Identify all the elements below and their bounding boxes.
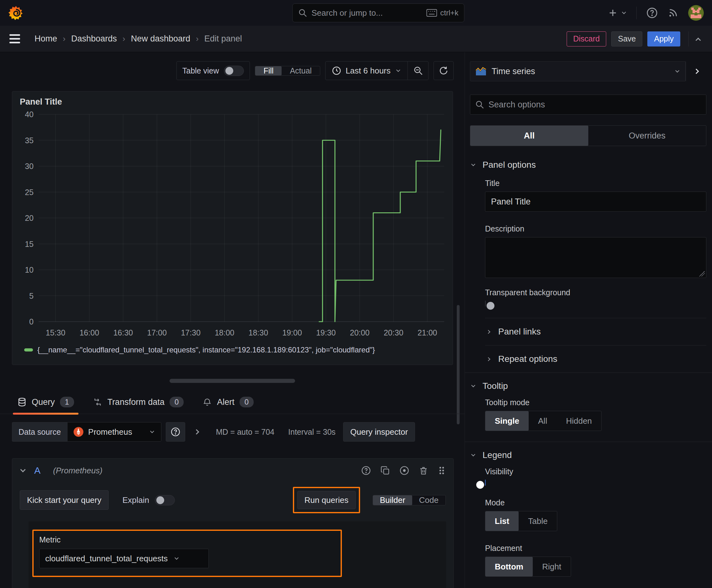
timeseries-viz-icon [475, 67, 487, 76]
svg-text:19:30: 19:30 [316, 328, 336, 337]
query-options-summary[interactable]: MD = auto = 704 Interval = 30s [216, 427, 336, 437]
kick-start-query-button[interactable]: Kick start your query [20, 490, 109, 510]
legend-body: Visibility Mode List Table Placement Bot… [470, 467, 706, 588]
visualization-type: Time series [492, 67, 535, 76]
datasource-row: Data source Prometheus MD = auto = 704 I… [12, 422, 415, 442]
panel-actions: Discard Save Apply [567, 31, 701, 46]
svg-text:20:30: 20:30 [384, 328, 404, 337]
datasource-select[interactable]: Prometheus [67, 422, 161, 442]
tooltip-header: Tooltip [482, 381, 508, 391]
run-queries-highlight-box: Run queries [293, 487, 360, 513]
svg-text:21:00: 21:00 [417, 328, 437, 337]
tab-alert[interactable]: Alert 0 [202, 397, 254, 414]
hide-response-eye-icon[interactable] [399, 465, 409, 476]
news-rss-icon[interactable] [667, 7, 679, 19]
resize-handle-icon[interactable] [699, 271, 705, 276]
table-view-toggle[interactable] [224, 66, 244, 76]
legend-mode-list[interactable]: List [486, 511, 519, 531]
section-legend[interactable]: Legend [470, 442, 706, 467]
datasource-label: Data source [12, 422, 67, 442]
legend-placement-label: Placement [485, 544, 706, 553]
series-legend-label[interactable]: {__name__="cloudflared_tunnel_total_requ… [37, 345, 375, 354]
code-option[interactable]: Code [412, 495, 446, 505]
transparent-background-toggle[interactable] [485, 300, 486, 307]
legend-placement-group: Bottom Right [485, 556, 571, 577]
query-help-icon[interactable] [361, 465, 371, 476]
drag-handle-icon[interactable] [438, 466, 446, 475]
query-editor-card: A (Prometheus) [12, 458, 454, 588]
interval-summary: Interval = 30s [288, 427, 336, 437]
tooltip-mode-hidden[interactable]: Hidden [557, 411, 601, 430]
explain-toggle[interactable] [155, 495, 175, 505]
repeat-options-header: Repeat options [498, 354, 557, 364]
collapse-up-icon[interactable] [688, 31, 701, 46]
section-tooltip[interactable]: Tooltip [470, 373, 706, 398]
collapse-query-icon[interactable] [20, 467, 26, 474]
legend-mode-label: Mode [485, 498, 706, 507]
database-icon [17, 397, 27, 407]
breadcrumb-new-dashboard[interactable]: New dashboard [131, 34, 190, 44]
breadcrumb-separator: › [63, 34, 66, 44]
fill-option[interactable]: Fill [255, 66, 282, 76]
collapse-options-pane-button[interactable] [686, 61, 706, 81]
grafana-logo-icon[interactable] [8, 5, 24, 21]
legend-placement-right[interactable]: Right [533, 557, 571, 576]
visualization-select[interactable]: Time series [470, 61, 686, 81]
query-inspector-button[interactable]: Query inspector [343, 422, 415, 442]
query-row-header[interactable]: A (Prometheus) [12, 459, 453, 482]
breadcrumb-dashboards[interactable]: Dashboards [71, 34, 117, 44]
legend-mode-group: List Table [485, 511, 557, 531]
chevron-down-icon [470, 383, 476, 389]
time-range-picker[interactable]: Last 6 hours [326, 62, 408, 80]
run-queries-button[interactable]: Run queries [297, 491, 356, 509]
horizontal-splitter-handle[interactable] [170, 379, 295, 383]
tooltip-body: Tooltip mode Single All Hidden [470, 398, 706, 431]
global-search-bar[interactable]: Search or jump to... ctrl+k [292, 3, 464, 22]
title-label: Title [485, 179, 706, 188]
tab-query[interactable]: Query 1 [17, 397, 74, 414]
tooltip-mode-single[interactable]: Single [486, 411, 528, 430]
transform-icon [93, 397, 102, 407]
tooltip-mode-all[interactable]: All [528, 411, 557, 430]
delete-query-icon[interactable] [419, 466, 428, 475]
metric-select[interactable]: cloudflared_tunnel_total_requests [39, 549, 209, 568]
legend-visibility-toggle[interactable] [485, 480, 486, 486]
chevron-right-icon [485, 329, 491, 335]
chart-panel: Panel Title 051015202530354015:3016:0016… [12, 91, 453, 365]
builder-option[interactable]: Builder [373, 495, 412, 505]
datasource-value: Prometheus [88, 427, 132, 437]
tab-overrides[interactable]: Overrides [588, 126, 706, 146]
query-ref-id[interactable]: A [34, 465, 41, 476]
user-avatar[interactable] [688, 5, 704, 21]
legend-placement-bottom[interactable]: Bottom [486, 557, 533, 576]
breadcrumb: Home › Dashboards › New dashboard › Edit… [35, 34, 242, 44]
zoom-out-button[interactable] [408, 62, 428, 80]
help-icon[interactable] [646, 7, 658, 19]
table-view-label: Table view [182, 66, 219, 76]
svg-text:40: 40 [25, 110, 34, 119]
tab-transform-data[interactable]: Transform data 0 [93, 397, 184, 414]
menu-icon[interactable] [9, 34, 20, 43]
search-icon [298, 8, 307, 17]
options-expand-icon[interactable] [193, 429, 200, 435]
tab-all[interactable]: All [470, 126, 588, 146]
time-series-chart[interactable]: 051015202530354015:3016:0016:3017:0017:3… [17, 107, 448, 344]
discard-button[interactable]: Discard [567, 31, 606, 46]
options-search-input[interactable] [489, 100, 701, 110]
add-new-button[interactable] [608, 8, 627, 18]
tab-query-count: 1 [60, 397, 74, 407]
apply-button[interactable]: Apply [647, 31, 680, 46]
panel-title-input[interactable] [485, 192, 706, 212]
duplicate-query-icon[interactable] [381, 466, 390, 475]
section-repeat-options[interactable]: Repeat options [485, 345, 706, 373]
save-button[interactable]: Save [611, 31, 642, 46]
legend-mode-table[interactable]: Table [519, 511, 557, 531]
description-textarea[interactable] [485, 237, 706, 278]
datasource-help-button[interactable] [166, 422, 185, 442]
section-panel-links[interactable]: Panel links [485, 318, 706, 345]
time-range-label: Last 6 hours [346, 66, 390, 76]
actual-option[interactable]: Actual [282, 66, 320, 76]
section-panel-options[interactable]: Panel options [470, 152, 706, 177]
refresh-button[interactable] [434, 61, 454, 80]
breadcrumb-home[interactable]: Home [35, 34, 57, 44]
